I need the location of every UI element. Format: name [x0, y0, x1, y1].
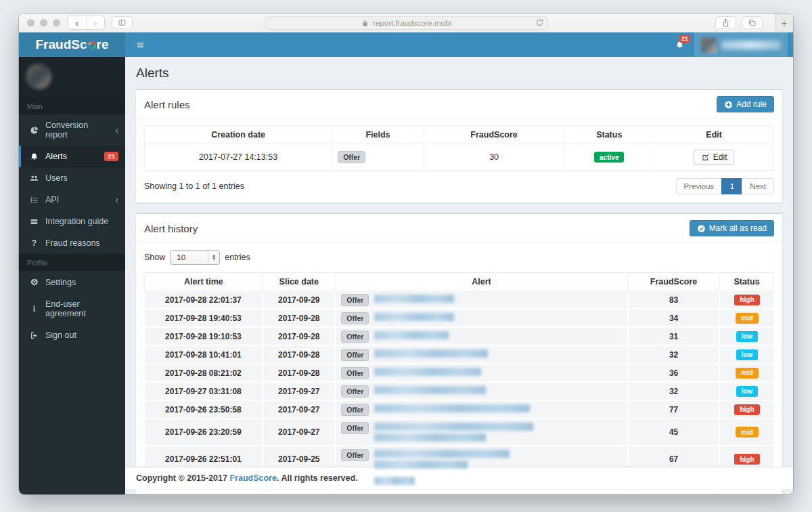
status-badge: high: [734, 404, 759, 415]
slice-date-cell: 2017-09-27: [263, 400, 335, 419]
slice-date-cell: 2017-09-28: [263, 327, 335, 345]
brand-logo[interactable]: FraudScre: [19, 33, 125, 57]
fields-cell: Offer: [332, 144, 424, 171]
tab-overview-button[interactable]: [742, 16, 763, 29]
bell-icon: [29, 152, 39, 161]
back-button[interactable]: ‹: [68, 16, 86, 29]
sidebar-item-end-user-agreement[interactable]: iEnd-user agreement: [19, 293, 125, 324]
offer-badge: Offer: [338, 151, 365, 163]
column-header-status[interactable]: Status: [564, 126, 654, 144]
fraudscore-cell: 77: [628, 400, 720, 419]
column-header-edit[interactable]: Edit: [654, 126, 774, 144]
sidebar-item-api[interactable]: API‹: [19, 189, 125, 211]
alert-history-footer: Showing 1 to 10 of 113 entries Previous1…: [136, 492, 782, 494]
chevron-left-icon: ‹: [115, 127, 118, 133]
page-title: Alerts: [135, 57, 783, 89]
alert-history-header: Alert history Mark all as read: [136, 214, 782, 243]
alert-rules-title: Alert rules: [144, 99, 190, 110]
new-tab-button[interactable]: +: [775, 14, 793, 32]
column-header-alert-time[interactable]: Alert time: [145, 273, 263, 291]
page-size-select[interactable]: 10 ▲▼: [170, 250, 220, 265]
app-body: MainConversion report‹Alerts21UsersAPI‹I…: [19, 57, 793, 494]
column-header-fraudscore[interactable]: FraudScore: [628, 273, 720, 291]
pencil-square-icon: [701, 153, 710, 162]
sidebar-item-integration-guide[interactable]: Integration guide: [19, 211, 125, 232]
page-size-row: Show 10 ▲▼ entries: [136, 243, 782, 266]
address-bar[interactable]: report.fraudscore.mobi: [264, 16, 548, 30]
status-cell: high: [719, 291, 773, 310]
column-header-fraudscore[interactable]: FraudScore: [424, 126, 564, 144]
rules-previous-button[interactable]: Previous: [676, 178, 723, 194]
reload-button[interactable]: [535, 18, 544, 27]
alert-rules-summary: Showing 1 to 1 of 1 entries: [144, 182, 244, 191]
table-row: 2017-09-28 10:41:012017-09-28Offer32low: [145, 345, 774, 364]
status-cell: high: [719, 400, 773, 419]
window-controls: [27, 19, 60, 26]
minimize-button[interactable]: [40, 19, 47, 26]
sidebar-item-alerts[interactable]: Alerts21: [19, 146, 125, 167]
table-header-row: Creation dateFieldsFraudScoreStatusEdit: [145, 126, 774, 144]
brand-text-end: re: [97, 37, 109, 52]
pie-chart-icon: [29, 126, 39, 135]
fraudscore-cell: 34: [628, 309, 720, 327]
sidebar-item-label: Conversion report: [45, 121, 109, 140]
column-header-creation-date[interactable]: Creation date: [145, 126, 332, 144]
close-button[interactable]: [27, 19, 35, 26]
offer-badge: Offer: [341, 404, 369, 416]
zoom-button[interactable]: [53, 19, 60, 26]
sidebar: MainConversion report‹Alerts21UsersAPI‹I…: [19, 57, 125, 494]
sidebar-toggle-button[interactable]: [112, 16, 133, 29]
column-header-slice-date[interactable]: Slice date: [263, 273, 335, 291]
web-app: FraudScre 21: [19, 33, 793, 494]
status-badge: active: [594, 152, 624, 163]
sidebar-collapse-button[interactable]: [125, 33, 155, 57]
alert-history-body: Alert timeSlice dateAlertFraudScoreStatu…: [136, 272, 782, 492]
sidebar-section-main: Main: [19, 98, 125, 114]
fraudscore-cell: 30: [424, 144, 564, 171]
offer-badge: Offer: [341, 422, 369, 434]
redacted-alert-text: [374, 313, 454, 321]
creation-date-cell: 2017-07-27 14:13:53: [145, 144, 332, 171]
share-button[interactable]: [715, 16, 736, 29]
sidebar-item-label: Sign out: [45, 330, 76, 340]
forward-button[interactable]: ›: [86, 16, 104, 29]
sidebar-user-panel: [19, 57, 125, 98]
alert-cell: Offer: [335, 400, 627, 419]
chevron-left-icon: ‹: [115, 196, 118, 203]
rules-next-button[interactable]: Next: [742, 178, 774, 194]
sidebar-item-fraud-reasons[interactable]: ?Fraud reasons: [19, 232, 125, 254]
sidebar-item-label: Alerts: [45, 152, 67, 161]
notifications-badge: 21: [679, 35, 690, 43]
mark-all-read-button[interactable]: Mark all as read: [690, 220, 774, 236]
hamburger-icon: [136, 41, 145, 49]
rules-page-1[interactable]: 1: [721, 178, 742, 194]
column-header-status[interactable]: Status: [719, 273, 773, 291]
alert-time-cell: 2017-09-28 19:10:53: [145, 327, 263, 345]
footer-brand-link[interactable]: FraudScore: [229, 473, 276, 483]
sidebar-item-sign-out[interactable]: Sign out: [19, 324, 125, 346]
mark-all-read-label: Mark all as read: [709, 223, 767, 233]
notifications-button[interactable]: 21: [667, 33, 692, 57]
sidebar-item-conversion-report[interactable]: Conversion report‹: [19, 114, 125, 146]
sidebar-item-settings[interactable]: ⚙Settings: [19, 271, 125, 293]
add-rule-button[interactable]: Add rule: [717, 96, 774, 112]
column-header-alert[interactable]: Alert: [335, 273, 627, 291]
alert-rules-header: Alert rules Add rule: [136, 90, 782, 119]
status-cell: low: [719, 382, 773, 400]
alert-history-title: Alert history: [144, 223, 198, 234]
column-header-fields[interactable]: Fields: [332, 126, 424, 144]
user-menu[interactable]: [694, 33, 788, 57]
sidebar-item-label: Integration guide: [45, 217, 108, 226]
alert-rules-pagination: Previous1Next: [676, 178, 774, 194]
slice-date-cell: 2017-09-27: [263, 382, 335, 400]
sidebar-item-users[interactable]: Users: [19, 167, 125, 189]
edit-button[interactable]: Edit: [694, 150, 735, 165]
redacted-alert-text: [374, 477, 415, 485]
copyright-suffix: . All rights reserved.: [277, 473, 358, 483]
list-icon: [29, 196, 39, 205]
fraudscore-cell: 31: [628, 327, 720, 345]
sidebar-item-label: End-user agreement: [45, 299, 118, 318]
fraudscore-cell: 36: [628, 364, 720, 382]
alert-cell: Offer: [335, 382, 627, 400]
redacted-alert-text: [374, 295, 454, 303]
